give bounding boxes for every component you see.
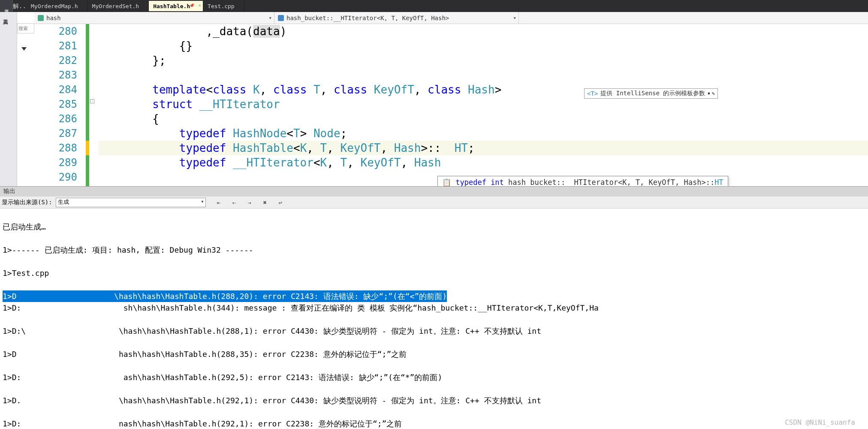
wrap-icon[interactable]: ↩ (276, 198, 285, 207)
output-source-select[interactable]: 生成 ▼ (56, 198, 206, 207)
prev-icon[interactable]: ⇠ (230, 198, 238, 207)
code-editor[interactable]: 280 281 282 283 284 285 286 287 288 289 … (34, 24, 868, 186)
console-line: 1>D: nash\hash\HashTable.h(292,1): error… (3, 418, 865, 429)
namespace-icon (38, 15, 44, 21)
collapse-icon[interactable] (21, 47, 27, 51)
code-line: { (99, 112, 868, 126)
line-number-gutter: 280 281 282 283 284 285 286 287 288 289 … (34, 24, 86, 184)
member-text: hash_bucket::__HTIterator<K, T, KeyOfT, … (286, 15, 449, 21)
navigation-bar: hash ▼ hash_bucket::__HTIterator<K, T, K… (34, 12, 868, 24)
code-line-active: typedef HashTable<K, T, KeyOfT, Hash>:: … (99, 141, 868, 155)
template-param-badge[interactable]: <T> 提供 IntelliSense 的示例模板参数 ▼ ✎ (584, 88, 718, 99)
edit-icon[interactable]: ✎ (712, 91, 715, 97)
line-number: 286 (34, 112, 86, 126)
console-line: 1>D: sh\hash\HashTable.h(344): message :… (3, 302, 865, 314)
line-number: 284 (34, 82, 86, 97)
fold-toggle[interactable]: - (90, 99, 94, 103)
clear-icon[interactable]: ✖ (261, 198, 269, 207)
change-indicator-saved (86, 24, 89, 186)
tab-myorderedmap[interactable]: MyOrderedMap.h (27, 1, 88, 11)
code-line: ,_data(data) (99, 24, 868, 39)
next-icon[interactable]: ⇢ (245, 198, 254, 207)
code-line: template<class K, class T, class KeyOfT,… (99, 82, 868, 97)
code-line: {} (99, 39, 868, 53)
tab-hashtable[interactable]: HashTable.h*📌✕ (149, 1, 203, 11)
change-indicator-modified (86, 141, 89, 155)
tooltip-signature: 📋 typedef int hash_bucket::__HTIterator<… (442, 178, 723, 186)
code-line: typedef HashNode<T> Node; (99, 126, 868, 141)
console-line-selected[interactable]: 1>D \hash\hash\HashTable.h(288,20): erro… (3, 290, 447, 302)
console-line: 1>D. \hash\hash\HashTable.h(292,1): erro… (3, 395, 865, 406)
line-number: 285 (34, 97, 86, 112)
console-line: 1>D hash\hash\HashTable.h(288,35): error… (3, 348, 865, 360)
code-line: }; (99, 53, 868, 68)
find-icon[interactable]: ⇤ (214, 198, 223, 207)
console-line: 1>D: ash\hash\HashTable.h(292,5): error … (3, 372, 865, 383)
output-console[interactable]: 已启动生成… 1>------ 已启动生成: 项目: hash, 配置: Deb… (0, 208, 868, 429)
tparam-text: 提供 IntelliSense 的示例模板参数 (600, 90, 705, 97)
output-source-value: 生成 (58, 199, 69, 205)
scope-text: hash (46, 15, 61, 21)
line-number: 289 (34, 155, 86, 170)
line-number: 290 (34, 170, 86, 184)
close-icon[interactable]: ✕ (198, 3, 201, 8)
class-icon (278, 15, 284, 21)
console-line: 1>D:\ \hash\hash\HashTable.h(288,1): err… (3, 325, 865, 337)
chevron-down-icon: ▼ (269, 16, 271, 20)
chevron-down-icon: ▼ (201, 199, 203, 204)
line-number: 287 (34, 126, 86, 141)
chevron-down-icon: ▼ (514, 16, 516, 20)
toolbox-sidebar-tab[interactable]: 工具箱 (0, 0, 13, 12)
tab-label: MyOrderedSet.h (92, 3, 139, 9)
console-line: 1>------ 已启动生成: 项目: hash, 配置: Debug Win3… (3, 244, 865, 256)
scope-selector[interactable]: hash ▼ (34, 12, 274, 24)
output-toolbar: 显示输出来源(S): 生成 ▼ ⇤ ⇠ ⇢ ✖ ↩ (0, 196, 868, 208)
expand-panel-button[interactable]: 解... (13, 0, 25, 12)
tab-label: HashTable.h* (153, 3, 193, 9)
tab-label: Test.cpp (208, 3, 235, 9)
tparam-tag: <T> (587, 90, 598, 97)
code-content[interactable]: ,_data(data) {} }; template<class K, cla… (99, 24, 868, 184)
fold-column: - (89, 24, 96, 186)
toolbox-label[interactable]: 工具箱 (0, 12, 11, 19)
code-line: typedef __HTIterator<K, T, KeyOfT, Hash (99, 155, 868, 170)
output-panel-header: 输出 (0, 186, 868, 196)
line-number: 282 (34, 53, 86, 68)
left-dock: 工具箱 (0, 12, 17, 192)
console-line: 已启动生成… (3, 221, 865, 233)
member-selector[interactable]: hash_bucket::__HTIterator<K, T, KeyOfT, … (274, 12, 519, 24)
output-source-label: 显示输出来源(S): (2, 199, 52, 206)
line-number: 281 (34, 39, 86, 53)
line-number: 280 (34, 24, 86, 39)
tab-myorderedset[interactable]: MyOrderedSet.h (88, 1, 149, 11)
chevron-down-icon: ▼ (708, 91, 710, 96)
watermark: CSDN @NiNi_suanfa (785, 418, 855, 426)
console-line: 1>Test.cpp (3, 267, 865, 279)
code-line (99, 68, 868, 82)
tab-test[interactable]: Test.cpp (203, 1, 244, 11)
code-line: struct __HTIterator (99, 97, 868, 112)
tab-label: MyOrderedMap.h (31, 3, 78, 9)
line-number: 288 (34, 141, 86, 155)
pin-icon[interactable]: 📌 (190, 3, 194, 8)
tab-strip: 工具箱 解... MyOrderedMap.h MyOrderedSet.h H… (0, 0, 868, 12)
line-number: 283 (34, 68, 86, 82)
intellisense-tooltip: 📋 typedef int hash_bucket::__HTIterator<… (437, 176, 728, 186)
search-input[interactable] (17, 23, 34, 33)
